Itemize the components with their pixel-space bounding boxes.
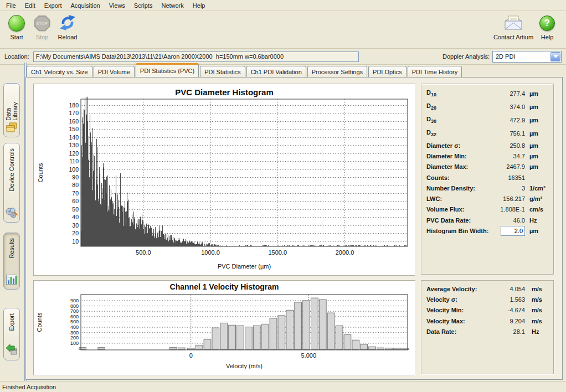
tab-pdi-optics[interactable]: PDI Optics	[368, 66, 407, 77]
bar-chart-icon	[5, 273, 18, 286]
sidebar-item-device-controls[interactable]: Device Controls	[3, 143, 20, 223]
toolbar: Start STOP Stop Reload	[0, 11, 566, 49]
pvc-diameter-histogram-chart: 1020304050607080901001101201301401501601…	[34, 84, 415, 275]
tab-pdi-statistics-pvc[interactable]: PDI Statistics (PVC)	[136, 63, 199, 77]
stat-row-lwc: LWC:156.217g/m³	[421, 193, 553, 204]
doppler-analysis-select[interactable]: 2D PDI	[492, 51, 562, 63]
stat-label: Velocity Min:	[426, 307, 500, 313]
svg-text:100: 100	[70, 341, 79, 346]
svg-text:180: 180	[69, 102, 79, 109]
svg-text:Velocity (m/s): Velocity (m/s)	[226, 363, 263, 369]
tab-pdi-time-history[interactable]: PDI Time History	[408, 66, 462, 77]
menu-item-network[interactable]: Network	[157, 1, 188, 11]
reload-button[interactable]: Reload	[55, 13, 80, 40]
svg-text:10: 10	[72, 238, 79, 245]
stat-row-diameter: Diameter σ:250.8µm	[421, 140, 553, 151]
stat-unit: µm	[525, 228, 548, 234]
svg-text:30: 30	[72, 222, 79, 229]
stat-value: 374.0	[493, 104, 525, 110]
svg-text:100: 100	[69, 166, 79, 173]
tab-ch1-velocity-vs-size[interactable]: Ch1 Velocity vs. Size	[27, 66, 92, 77]
tab-ch1-pdi-validation[interactable]: Ch1 PDI Validation	[246, 66, 306, 77]
stat-unit: µm	[525, 142, 548, 149]
stat-label: LWC:	[426, 195, 493, 202]
svg-text:Counts: Counts	[37, 163, 44, 182]
stat-unit: Hz	[525, 328, 548, 335]
svg-text:1500.0: 1500.0	[268, 249, 287, 256]
stat-label: Velocity Max:	[426, 318, 500, 324]
stat-row-diameter-min: Diameter Min:34.7µm	[421, 151, 553, 161]
start-button-label: Start	[4, 34, 29, 40]
svg-text:80: 80	[72, 182, 79, 188]
tab-processor-settings[interactable]: Processor Settings	[307, 66, 367, 77]
svg-text:50: 50	[72, 206, 79, 213]
menu-item-file[interactable]: File	[2, 1, 20, 11]
stat-unit: cm/s	[525, 206, 548, 213]
stat-unit: µm	[525, 104, 548, 110]
stat-label: Diameter Max:	[426, 163, 493, 170]
stat-value: 46.0	[493, 217, 525, 224]
stat-value: 4.054	[500, 286, 525, 292]
svg-text:800: 800	[70, 303, 79, 309]
stat-value: 1.808E-1	[493, 206, 525, 213]
stat-unit: µm	[525, 117, 548, 123]
sidebar-item-data-library[interactable]: Data Library	[3, 83, 20, 137]
folders-icon	[5, 121, 18, 134]
svg-text:120: 120	[69, 150, 79, 157]
svg-text:1000.0: 1000.0	[201, 249, 220, 256]
svg-text:90: 90	[72, 174, 79, 180]
svg-text:140: 140	[69, 134, 79, 141]
stat-row-number-density: Number Density:31/cm³	[421, 183, 553, 193]
svg-text:300: 300	[70, 330, 79, 336]
svg-text:500.0: 500.0	[136, 249, 151, 256]
location-input[interactable]	[33, 51, 359, 62]
svg-text:PVC Diameter (µm): PVC Diameter (µm)	[218, 263, 271, 270]
stop-button: STOP Stop	[30, 13, 54, 40]
histogram-bin-width-input[interactable]	[501, 226, 525, 236]
velocity-histogram-chart: 10020030040050060070080090005.000CountsV…	[34, 281, 415, 375]
svg-text:2000.0: 2000.0	[336, 249, 354, 256]
tab-pdi-statistics[interactable]: PDI Statistics	[200, 66, 245, 77]
stat-label: Average Velocity:	[426, 286, 500, 292]
menu-item-views[interactable]: Views	[105, 1, 130, 11]
stat-row-d20: D20374.0µm	[421, 100, 553, 114]
stop-icon: STOP	[34, 16, 50, 32]
stat-unit: m/s	[525, 286, 548, 292]
stat-row-data-rate: Data Rate:28.1Hz	[421, 326, 553, 337]
chevron-down-icon[interactable]	[550, 52, 560, 61]
svg-text:40: 40	[72, 214, 79, 220]
tab-page-pdi-statistics-pvc: 1020304050607080901001101201301401501601…	[25, 77, 563, 380]
start-icon	[8, 15, 25, 32]
svg-text:900: 900	[70, 298, 79, 303]
menu-item-help[interactable]: Help	[188, 1, 210, 11]
stat-label: Data Rate:	[426, 328, 500, 335]
sidebar-item-export[interactable]: Export	[3, 308, 20, 360]
stat-unit: 1/cm³	[525, 185, 548, 192]
stat-row-histogram-bin-width: Histogram Bin Width:µm	[421, 225, 553, 236]
stat-row-velocity-max: Velocity Max:9.204m/s	[421, 316, 553, 326]
main-area: Data LibraryDevice ControlsResultsExport…	[0, 63, 566, 381]
pvc-statistics-panel: D10277.4µmD20374.0µmD30472.9µmD32756.1µm…	[421, 84, 554, 275]
start-button[interactable]: Start	[4, 13, 29, 40]
status-bar: Finished Acquisition	[0, 381, 566, 392]
help-icon: ?	[539, 16, 555, 31]
svg-text:150: 150	[69, 126, 79, 132]
sidebar: Data LibraryDevice ControlsResultsExport	[0, 63, 24, 381]
menu-item-edit[interactable]: Edit	[20, 1, 40, 11]
menu-item-export[interactable]: Export	[40, 1, 66, 11]
stat-value: -4.674	[500, 307, 525, 313]
stat-unit: g/m³	[525, 195, 548, 202]
menu-item-acquisition[interactable]: Acquisition	[66, 1, 105, 11]
stat-value: 34.7	[493, 153, 525, 159]
tab-pdi-volume[interactable]: PDI Volume	[94, 66, 135, 77]
svg-text:700: 700	[70, 308, 79, 314]
menu-item-scripts[interactable]: Scripts	[130, 1, 157, 11]
pvc-chart-title: PVC Diameter Histogram	[34, 87, 415, 97]
svg-text:160: 160	[69, 118, 79, 125]
stat-row-d30: D30472.9µm	[421, 114, 553, 127]
help-button[interactable]: ? Help	[535, 13, 559, 40]
sidebar-item-results[interactable]: Results	[3, 233, 20, 290]
svg-text:130: 130	[69, 142, 79, 148]
stat-value: 2467.9	[493, 163, 525, 170]
contact-artium-button[interactable]: Contact Artium	[493, 13, 534, 40]
